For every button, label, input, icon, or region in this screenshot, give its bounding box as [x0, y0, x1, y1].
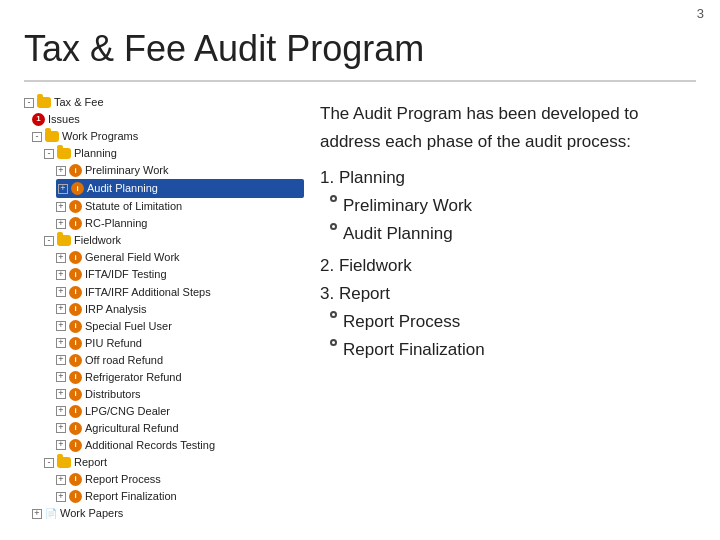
tree-panel: - Tax & Fee 1 Issues - Work Programs - P…	[24, 90, 304, 520]
expand-root[interactable]: -	[24, 98, 34, 108]
tree-distributors[interactable]: + i Distributors	[56, 386, 304, 403]
expand-report[interactable]: -	[44, 458, 54, 468]
tree-ifta-irf[interactable]: + i IFTA/IRF Additional Steps	[56, 284, 304, 301]
tree-irp[interactable]: + i IRP Analysis	[56, 301, 304, 318]
folder-icon-root	[37, 97, 51, 108]
expand-lpg[interactable]: +	[56, 406, 66, 416]
tree-general-field[interactable]: + i General Field Work	[56, 249, 304, 266]
content-bullet4: Report Finalization	[343, 336, 485, 364]
tree-work-programs[interactable]: - Work Programs	[32, 128, 304, 145]
folder-icon-planning	[57, 148, 71, 159]
content-bullet2: Audit Planning	[343, 220, 453, 248]
page-title: Tax & Fee Audit Program	[24, 28, 424, 70]
tree-report-finalization[interactable]: + i Report Finalization	[56, 488, 304, 505]
expand-irp[interactable]: +	[56, 304, 66, 314]
divider	[24, 80, 696, 82]
tree-dist-label: Distributors	[85, 386, 141, 403]
tree-gf-label: General Field Work	[85, 249, 180, 266]
ifta-irf-icon: i	[69, 286, 82, 299]
expand-rf[interactable]: +	[56, 492, 66, 502]
tree-planning[interactable]: - Planning	[44, 145, 304, 162]
tree-report-folder[interactable]: - Report	[44, 454, 304, 471]
tree-special-fuel[interactable]: + i Special Fuel User	[56, 318, 304, 335]
content-area: - Tax & Fee 1 Issues - Work Programs - P…	[24, 90, 696, 520]
expand-ar[interactable]: +	[56, 440, 66, 450]
tree-ifta-idf[interactable]: + i IFTA/IDF Testing	[56, 266, 304, 283]
text-panel: The Audit Program has been developed to …	[320, 90, 696, 520]
tree-ag-label: Agricultural Refund	[85, 420, 179, 437]
ar-icon: i	[69, 439, 82, 452]
tree-rp-label: Report Process	[85, 471, 161, 488]
content-bullet1: Preliminary Work	[343, 192, 472, 220]
tree-planning-label: Planning	[74, 145, 117, 162]
expand-sf[interactable]: +	[56, 321, 66, 331]
tree-offroad[interactable]: + i Off road Refund	[56, 352, 304, 369]
expand-statute[interactable]: +	[56, 202, 66, 212]
expand-planning[interactable]: -	[44, 149, 54, 159]
expand-ag[interactable]: +	[56, 423, 66, 433]
tree-issues[interactable]: 1 Issues	[32, 111, 304, 128]
tree-offroad-label: Off road Refund	[85, 352, 163, 369]
tree-rc-label: RC-Planning	[85, 215, 147, 232]
tree-preliminary-label: Preliminary Work	[85, 162, 169, 179]
tree-rf-label: Report Finalization	[85, 488, 177, 505]
folder-icon-fieldwork	[57, 235, 71, 246]
content-intro: The Audit Program has been developed to …	[320, 100, 696, 156]
content-section2: 2. Fieldwork	[320, 252, 696, 280]
bullet3-dot	[330, 311, 337, 318]
ag-icon: i	[69, 422, 82, 435]
expand-rp[interactable]: +	[56, 475, 66, 485]
content-bullet4-row: Report Finalization	[330, 336, 696, 364]
rf-icon: i	[69, 490, 82, 503]
tree-refrig-label: Refrigerator Refund	[85, 369, 182, 386]
tree-irp-label: IRP Analysis	[85, 301, 147, 318]
expand-work-programs[interactable]: -	[32, 132, 42, 142]
expand-preliminary[interactable]: +	[56, 166, 66, 176]
content-bullet2-row: Audit Planning	[330, 220, 696, 248]
tree-piu[interactable]: + i PIU Refund	[56, 335, 304, 352]
tree-work-papers[interactable]: + 📄 Work Papers	[32, 505, 304, 522]
bullet2-dot	[330, 223, 337, 230]
tree-root-label: Tax & Fee	[54, 94, 104, 111]
gf-icon: i	[69, 251, 82, 264]
expand-rc[interactable]: +	[56, 219, 66, 229]
audit-planning-icon: i	[71, 182, 84, 195]
tree-rc-planning[interactable]: + i RC-Planning	[56, 215, 304, 232]
expand-refrig[interactable]: +	[56, 372, 66, 382]
tree-ifta-idf-label: IFTA/IDF Testing	[85, 266, 167, 283]
expand-offroad[interactable]: +	[56, 355, 66, 365]
lpg-icon: i	[69, 405, 82, 418]
refrig-icon: i	[69, 371, 82, 384]
tree-preliminary-work[interactable]: + i Preliminary Work	[56, 162, 304, 179]
issues-icon: 1	[32, 113, 45, 126]
expand-ifta-irf[interactable]: +	[56, 287, 66, 297]
expand-fieldwork[interactable]: -	[44, 236, 54, 246]
tree-lpg-label: LPG/CNG Dealer	[85, 403, 170, 420]
content-section1: 1. Planning	[320, 164, 696, 192]
irp-icon: i	[69, 303, 82, 316]
tree-work-programs-label: Work Programs	[62, 128, 138, 145]
expand-dist[interactable]: +	[56, 389, 66, 399]
tree-refrigerator[interactable]: + i Refrigerator Refund	[56, 369, 304, 386]
tree-statute[interactable]: + i Statute of Limitation	[56, 198, 304, 215]
tree-additional-records[interactable]: + i Additional Records Testing	[56, 437, 304, 454]
expand-wp[interactable]: +	[32, 509, 42, 519]
page-number: 3	[697, 6, 704, 21]
tree-audit-planning[interactable]: + i Audit Planning	[56, 179, 304, 198]
doc-icon-wp: 📄	[45, 506, 57, 522]
ifta-idf-icon: i	[69, 268, 82, 281]
bullet4-dot	[330, 339, 337, 346]
expand-piu[interactable]: +	[56, 338, 66, 348]
expand-audit-planning[interactable]: +	[58, 184, 68, 194]
tree-ag-refund[interactable]: + i Agricultural Refund	[56, 420, 304, 437]
sf-icon: i	[69, 320, 82, 333]
expand-gf[interactable]: +	[56, 253, 66, 263]
expand-ifta-idf[interactable]: +	[56, 270, 66, 280]
tree-fieldwork-label: Fieldwork	[74, 232, 121, 249]
tree-fieldwork[interactable]: - Fieldwork	[44, 232, 304, 249]
tree-audit-planning-label: Audit Planning	[87, 180, 158, 197]
tree-lpg[interactable]: + i LPG/CNG Dealer	[56, 403, 304, 420]
tree-root[interactable]: - Tax & Fee	[24, 94, 304, 111]
dist-icon: i	[69, 388, 82, 401]
tree-report-process[interactable]: + i Report Process	[56, 471, 304, 488]
